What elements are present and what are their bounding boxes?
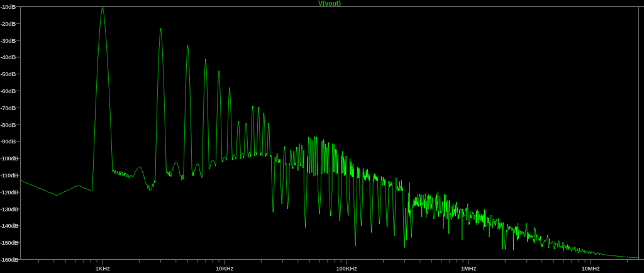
y-tick-label: -10dB: [0, 3, 16, 10]
y-tick-label: -160dB: [0, 256, 16, 263]
y-tick-label: -140dB: [0, 222, 16, 229]
x-tick-label: 1KHz: [96, 265, 110, 272]
y-tick-label: -110dB: [0, 172, 16, 179]
trace-label-title[interactable]: V(vout): [318, 0, 341, 7]
fft-trace-canvas[interactable]: [0, 0, 644, 273]
y-tick-label: -150dB: [0, 239, 16, 246]
y-tick-label: -130dB: [0, 206, 16, 213]
y-tick-label: -120dB: [0, 189, 16, 196]
y-tick-label: -20dB: [0, 20, 16, 27]
x-tick-label: 10KHz: [216, 265, 233, 272]
y-tick-label: -90dB: [0, 138, 16, 145]
x-tick-label: 100KHz: [336, 265, 357, 272]
y-tick-label: -80dB: [0, 121, 16, 128]
fft-plot-pane: V(vout) -10dB-20dB-30dB-40dB-50dB-60dB-7…: [0, 0, 644, 273]
y-tick-label: -50dB: [0, 70, 16, 77]
y-tick-label: -30dB: [0, 37, 16, 44]
x-tick-label: 1MHz: [461, 265, 476, 272]
y-tick-label: -60dB: [0, 87, 16, 94]
y-tick-label: -100dB: [0, 155, 16, 162]
y-tick-label: -70dB: [0, 104, 16, 111]
y-tick-label: -40dB: [0, 53, 16, 60]
x-tick-label: 10MHz: [581, 265, 599, 272]
